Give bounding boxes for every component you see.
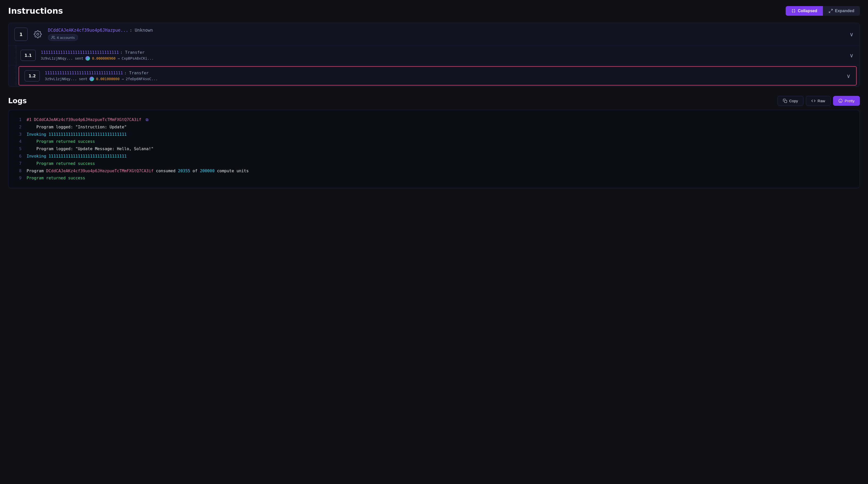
pretty-icon <box>838 99 843 103</box>
accounts-icon <box>51 35 55 39</box>
sub-instruction-row-1-2[interactable]: 1.2 11111111111111111111111111111111 : T… <box>19 66 857 85</box>
step-badge-1-1: 1.1 <box>21 50 36 61</box>
instruction-row-main[interactable]: 1 DCddCAJeAKz4cf39uo4p6JHazpue... : Unkn… <box>8 23 860 46</box>
log-line-2: 2 Program logged: "Instruction: Update" <box>16 123 852 131</box>
pretty-button[interactable]: Pretty <box>833 96 860 106</box>
sub-title-1-2: 11111111111111111111111111111111 : Trans… <box>45 70 846 75</box>
collapsed-button[interactable]: Collapsed <box>786 6 823 16</box>
svg-point-1 <box>52 36 53 37</box>
logs-title: Logs <box>8 97 27 105</box>
copy-inline-icon[interactable]: ⧉ <box>146 117 149 122</box>
logs-actions: Copy Raw Pretty <box>778 96 860 106</box>
instruction-title-main: DCddCAJeAKz4cf39uo4p6JHazpue... : Unknow… <box>48 28 849 33</box>
chevron-down-icon-1-2[interactable]: ∨ <box>846 73 850 79</box>
view-toggle: Collapsed Expanded <box>786 6 860 16</box>
gear-icon <box>34 30 42 38</box>
code-icon <box>811 99 815 103</box>
log-line-6: 6 Invoking 11111111111111111111111111111… <box>16 153 852 160</box>
sub-info-1-1: 11111111111111111111111111111111 : Trans… <box>41 50 849 61</box>
copy-button[interactable]: Copy <box>778 96 803 106</box>
instructions-panel: 1 DCddCAJeAKz4cf39uo4p6JHazpue... : Unkn… <box>8 23 860 87</box>
accounts-badge: 4 accounts <box>48 34 78 41</box>
transfer-details-1-2: 3z9vL1zjN6qy... sent 0.001000000 → 2feDp… <box>45 77 846 81</box>
logs-header: Logs Copy Raw <box>8 96 860 106</box>
gear-icon-wrap <box>32 28 44 40</box>
log-line-5: 5 Program logged: "Update Message: Hello… <box>16 145 852 153</box>
svg-point-3 <box>839 99 842 103</box>
log-line-8: 8 Program DCddCAJeAKz4cf39uo4p6JHazpueTc… <box>16 167 852 175</box>
chevron-down-icon-1-1[interactable]: ∨ <box>849 52 854 59</box>
svg-rect-2 <box>784 100 787 103</box>
sol-icon-1-1 <box>85 56 90 61</box>
copy-icon <box>783 99 787 103</box>
collapse-icon <box>791 9 796 13</box>
log-line-4: 4 Program returned success <box>16 138 852 145</box>
svg-point-0 <box>37 33 39 35</box>
raw-button[interactable]: Raw <box>806 96 831 106</box>
sub-info-1-2: 11111111111111111111111111111111 : Trans… <box>45 70 846 81</box>
log-line-3: 3 Invoking 11111111111111111111111111111… <box>16 131 852 138</box>
page-header: Instructions Collapsed Expanded <box>8 6 860 16</box>
sub-instructions-container: 1.1 11111111111111111111111111111111 : T… <box>8 46 860 85</box>
step-badge-1-2: 1.2 <box>25 70 40 81</box>
expand-icon <box>829 9 833 13</box>
log-line-7: 7 Program returned success <box>16 160 852 167</box>
expanded-button[interactable]: Expanded <box>823 6 860 16</box>
log-line-9: 9 Program returned success <box>16 174 852 182</box>
log-line-1: 1 #1 DCddCAJeAKz4cf39uo4p6JHazpueTcTMmFX… <box>16 116 852 123</box>
sub-title-1-1: 11111111111111111111111111111111 : Trans… <box>41 50 849 55</box>
transfer-details-1-1: 3z9vL1zjN6qy... sent 0.000006960 → CxpBP… <box>41 56 849 61</box>
page-title: Instructions <box>8 6 63 16</box>
logs-section: Logs Copy Raw <box>8 96 860 188</box>
logs-panel: 1 #1 DCddCAJeAKz4cf39uo4p6JHazpueTcTMmFX… <box>8 110 860 188</box>
step-badge-1: 1 <box>14 28 28 41</box>
chevron-down-icon-main[interactable]: ∨ <box>849 31 854 37</box>
sol-icon-1-2 <box>89 77 94 81</box>
sub-instruction-row-1-1[interactable]: 1.1 11111111111111111111111111111111 : T… <box>8 46 860 65</box>
instruction-info-main: DCddCAJeAKz4cf39uo4p6JHazpue... : Unknow… <box>48 28 849 41</box>
